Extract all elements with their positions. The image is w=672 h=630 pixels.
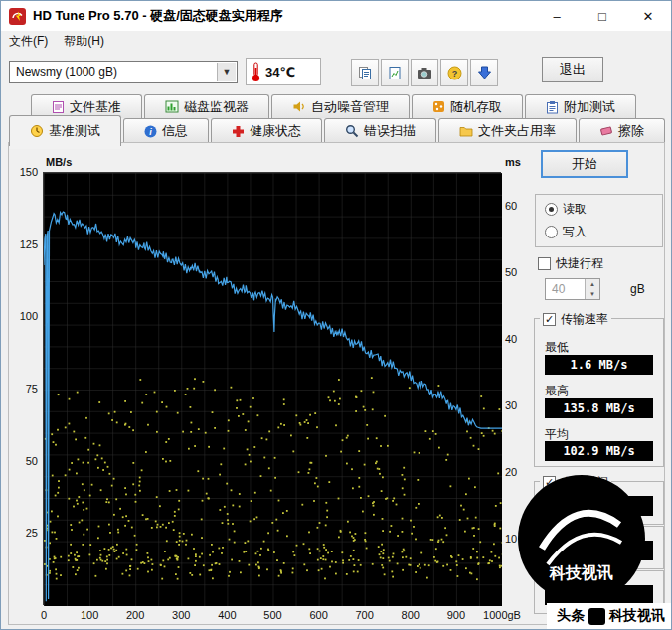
write-radio-label: 写入 [563, 224, 587, 240]
copy-image-button[interactable] [381, 59, 409, 86]
read-mode-option[interactable]: 读取 [545, 201, 587, 218]
minimize-button[interactable]: – [534, 1, 580, 31]
toutiao-logo-icon [588, 608, 605, 625]
tab-info[interactable]: i 信息 [123, 118, 209, 143]
tab-strip-bottom: 基准测试 i 信息 健康状态 错误扫描 [9, 118, 667, 143]
short-stroke-stepper[interactable]: 40 ▲ ▼ [545, 278, 600, 300]
attribution-name: 科技视讯 [609, 607, 665, 625]
menu-file[interactable]: 文件(F) [1, 31, 56, 52]
window-controls: – □ ✕ [534, 1, 671, 31]
avg-value: 102.9 MB/s [545, 441, 653, 461]
tab-health[interactable]: 健康状态 [211, 118, 322, 143]
y-right-tick: 60 [505, 200, 531, 212]
drive-selector[interactable]: Newsmy (1000 gB) ▼ [9, 61, 238, 83]
write-radio[interactable] [545, 226, 558, 238]
tab-folder-usage[interactable]: 文件夹占用率 [438, 118, 577, 143]
tab-label: 健康状态 [250, 122, 301, 140]
benchmark-icon [30, 124, 44, 138]
menu-help[interactable]: 帮助(H) [56, 31, 112, 52]
exit-button[interactable]: 退出 [542, 57, 603, 82]
window-title: HD Tune Pro 5.70 - 硬盘/固态硬盘实用程序 [33, 7, 283, 25]
x-tick: 800 [389, 609, 432, 621]
spin-down-icon[interactable]: ▼ [586, 289, 599, 299]
max-value: 135.8 MB/s [545, 398, 653, 418]
x-tick: 1000gB [480, 609, 524, 621]
app-icon [9, 8, 26, 25]
help-icon: ? [447, 66, 462, 80]
write-mode-option[interactable]: 写入 [545, 224, 587, 240]
start-button[interactable]: 开始 [541, 150, 628, 178]
y-right-tick: 20 [505, 466, 531, 478]
folder-usage-icon [459, 125, 473, 137]
health-icon [232, 125, 245, 138]
transfer-option[interactable]: 传输速率 [540, 311, 611, 328]
short-stroke-value: 40 [552, 282, 565, 296]
svg-text:?: ? [451, 69, 457, 79]
tab-label: 基准测试 [49, 122, 100, 140]
tab-label: 随机存取 [450, 98, 502, 116]
temperature-value: 34℃ [265, 65, 295, 79]
maximize-button[interactable]: □ [580, 1, 625, 31]
x-tick: 200 [113, 609, 157, 621]
thermometer-icon [251, 62, 261, 82]
tab-random-access[interactable]: 随机存取 [412, 94, 523, 118]
tab-label: 文件夹占用率 [478, 122, 556, 140]
erase-icon [599, 125, 613, 137]
tab-label: 错误扫描 [364, 122, 416, 140]
extra-tests-icon [546, 100, 559, 114]
aam-icon [292, 100, 306, 113]
tab-label: 自动噪音管理 [311, 98, 389, 116]
copy-text-button[interactable] [351, 59, 379, 86]
benchmark-chart: MB/s ms 15012510075502560504030201001002… [43, 172, 501, 605]
tab-aam[interactable]: 自动噪音管理 [271, 94, 410, 118]
help-button[interactable]: ? [440, 59, 468, 86]
watermark-logo-text: 科技视讯 [549, 563, 613, 581]
x-tick: 900 [434, 609, 478, 621]
tab-error-scan[interactable]: 错误扫描 [324, 118, 436, 143]
x-tick: 0 [22, 609, 66, 621]
camera-icon [417, 67, 432, 79]
file-benchmark-icon [52, 100, 65, 114]
tab-disk-monitor[interactable]: 磁盘监视器 [144, 94, 269, 118]
tab-label: 文件基准 [70, 98, 121, 116]
download-button[interactable] [470, 59, 498, 86]
max-label: 最高 [545, 383, 569, 399]
y-left-tick: 50 [6, 455, 38, 467]
y-left-tick: 75 [6, 383, 38, 394]
tab-erase[interactable]: 擦除 [579, 118, 665, 143]
download-icon [478, 66, 491, 79]
chevron-down-icon[interactable]: ▼ [217, 63, 236, 81]
tab-benchmark[interactable]: 基准测试 [9, 115, 121, 146]
tab-label: 附加测试 [564, 98, 615, 116]
drive-selector-value: Newsmy (1000 gB) [16, 65, 117, 79]
copy-text-icon [358, 66, 372, 80]
close-button[interactable]: ✕ [625, 1, 671, 31]
read-radio[interactable] [545, 203, 558, 216]
x-tick: 700 [343, 609, 387, 621]
tab-label: 信息 [162, 122, 188, 140]
screenshot-button[interactable] [411, 59, 438, 86]
read-radio-label: 读取 [563, 201, 587, 218]
y-right-tick: 30 [505, 399, 531, 411]
short-stroke-option[interactable]: 快捷行程 [538, 255, 603, 272]
transfer-checkbox[interactable] [543, 313, 556, 326]
x-tick: 100 [68, 609, 111, 621]
tab-label: 磁盘监视器 [184, 98, 249, 116]
y-right-tick: 40 [505, 333, 531, 345]
menu-bar: 文件(F) 帮助(H) [1, 31, 671, 52]
short-stroke-unit: gB [630, 282, 645, 296]
x-tick: 300 [159, 609, 203, 621]
y-left-axis-title: MB/s [46, 156, 72, 168]
short-stroke-checkbox[interactable] [538, 257, 551, 270]
attribution-prefix: 头条 [557, 607, 585, 625]
short-stroke-label: 快捷行程 [556, 255, 603, 272]
x-tick: 500 [252, 609, 295, 621]
spinner-buttons[interactable]: ▲ ▼ [585, 279, 599, 299]
tab-strip-top: 文件基准 磁盘监视器 自动噪音管理 随机存取 [31, 94, 638, 118]
x-tick: 400 [205, 609, 249, 621]
info-icon: i [144, 125, 157, 138]
tab-extra-tests[interactable]: 附加测试 [525, 94, 636, 118]
spin-up-icon[interactable]: ▲ [586, 279, 599, 289]
copy-image-icon [388, 66, 402, 80]
x-tick: 600 [297, 609, 341, 621]
